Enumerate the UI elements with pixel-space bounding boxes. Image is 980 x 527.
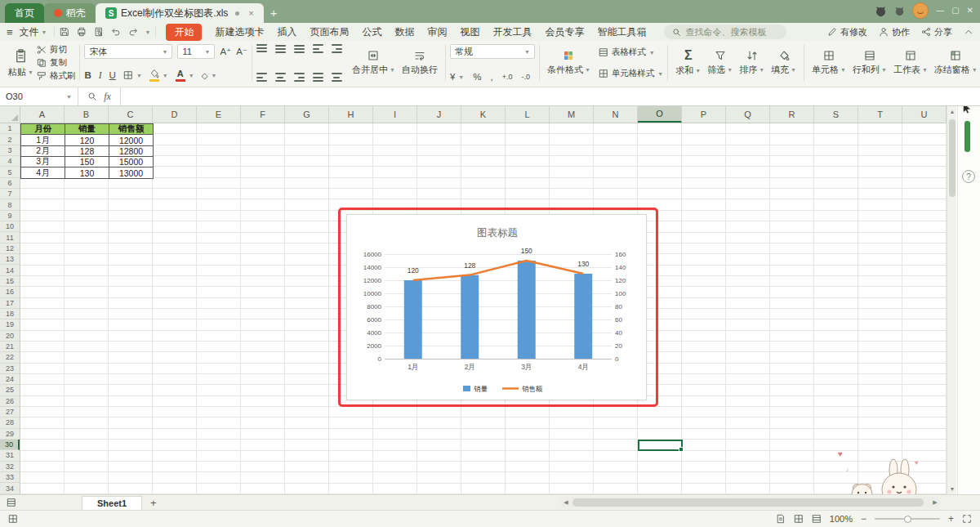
row-header-29[interactable]: 29 [0, 429, 20, 440]
column-header-A[interactable]: A [20, 106, 65, 123]
italic-button[interactable]: I [99, 70, 102, 80]
row-header-14[interactable]: 14 [0, 265, 20, 275]
docer-tab[interactable]: 稻壳 [44, 3, 96, 23]
fill-button[interactable]: 填充▼ [768, 48, 800, 78]
zoom-slider-thumb[interactable] [904, 516, 911, 523]
zoom-in-button[interactable]: + [948, 514, 954, 524]
align-left-icon[interactable] [256, 73, 267, 82]
bold-button[interactable]: B [84, 70, 91, 80]
table-cell-r1c2[interactable]: 12800 [109, 146, 154, 157]
row-header-19[interactable]: 19 [0, 319, 20, 330]
shrink-font-button[interactable]: A⁻ [236, 46, 247, 57]
column-header-U[interactable]: U [902, 106, 947, 123]
row-header-1[interactable]: 1 [0, 123, 20, 134]
menu-item-7[interactable]: 视图 [460, 25, 479, 39]
normal-view-icon[interactable] [776, 514, 786, 524]
column-header-M[interactable]: M [550, 106, 594, 123]
maximize-button[interactable]: ▢ [951, 7, 959, 15]
row-header-24[interactable]: 24 [0, 374, 20, 385]
row-header-13[interactable]: 13 [0, 254, 20, 265]
row-header-16[interactable]: 16 [0, 287, 20, 297]
close-window-button[interactable]: ✕ [967, 7, 973, 15]
row-header-5[interactable]: 5 [0, 167, 20, 177]
column-header-J[interactable]: J [417, 106, 461, 123]
row-header-10[interactable]: 10 [0, 221, 20, 232]
row-header-15[interactable]: 15 [0, 276, 20, 287]
vertical-scrollbar[interactable]: ▲ ▼ [947, 106, 956, 494]
row-header-26[interactable]: 26 [0, 396, 20, 407]
column-header-Q[interactable]: Q [726, 106, 770, 123]
menu-item-6[interactable]: 审阅 [427, 25, 447, 39]
collaborate-button[interactable]: 协作 [879, 26, 910, 38]
row-header-2[interactable]: 2 [0, 134, 20, 145]
row-header-31[interactable]: 31 [0, 450, 20, 461]
document-tab[interactable]: S Excel制作双坐标图表.xls × [96, 3, 264, 23]
table-style-button[interactable]: 表格样式▼ [599, 47, 663, 58]
menu-item-9[interactable]: 会员专享 [545, 25, 584, 39]
table-header-2[interactable]: 销售额 [109, 124, 154, 135]
zoom-slider[interactable] [875, 518, 940, 520]
formula-input[interactable] [121, 87, 980, 105]
menu-item-10[interactable]: 智能工具箱 [597, 25, 646, 39]
table-header-1[interactable]: 销量 [65, 124, 109, 135]
increase-indent-icon[interactable] [332, 44, 342, 53]
column-header-N[interactable]: N [594, 106, 638, 123]
collapse-ribbon-icon[interactable] [964, 27, 973, 37]
row-header-34[interactable]: 34 [0, 483, 20, 494]
undo-icon[interactable] [111, 27, 121, 37]
row-header-8[interactable]: 8 [0, 199, 20, 210]
table-cell-r2c0[interactable]: 3月 [21, 157, 65, 167]
column-header-B[interactable]: B [65, 106, 109, 123]
print-preview-icon[interactable] [94, 27, 104, 37]
font-size-select[interactable]: 11▼ [177, 44, 215, 59]
highlight-button[interactable]: ◇▼ [202, 71, 217, 80]
freeze-panes-button[interactable]: 冻结窗格▼ [931, 48, 980, 78]
column-header-R[interactable]: R [770, 106, 814, 123]
search-box[interactable]: 查找命令、搜索模板 [664, 25, 786, 39]
table-cell-r0c2[interactable]: 12000 [109, 135, 154, 145]
fullscreen-icon[interactable] [962, 514, 972, 524]
column-header-T[interactable]: T [858, 106, 902, 123]
borders-button[interactable]: ▼ [123, 70, 142, 80]
close-document-icon[interactable]: × [248, 8, 253, 18]
column-header-S[interactable]: S [814, 106, 858, 123]
conditional-format-button[interactable]: 条件格式▼ [544, 48, 594, 78]
row-header-21[interactable]: 21 [0, 342, 20, 352]
row-header-28[interactable]: 28 [0, 418, 20, 428]
row-header-22[interactable]: 22 [0, 352, 20, 363]
scroll-right-arrow[interactable]: ▶ [929, 499, 941, 506]
column-header-P[interactable]: P [682, 106, 726, 123]
increase-decimal-button[interactable]: +.0 [502, 73, 513, 81]
hamburger-menu-icon[interactable]: ≡ [7, 26, 13, 38]
new-document-tab-button[interactable]: + [270, 6, 278, 20]
align-right-icon[interactable] [294, 73, 305, 82]
menu-item-4[interactable]: 公式 [362, 25, 381, 39]
name-box[interactable]: O30 ▼ [0, 87, 78, 105]
menu-item-8[interactable]: 开发工具 [492, 25, 532, 39]
menu-item-5[interactable]: 数据 [394, 25, 414, 39]
column-header-D[interactable]: D [153, 106, 197, 123]
zoom-out-button[interactable]: − [861, 514, 866, 524]
modified-status[interactable]: 有修改 [827, 26, 867, 38]
grow-font-button[interactable]: A⁺ [220, 46, 231, 57]
scroll-up-arrow[interactable]: ▲ [947, 106, 957, 117]
row-header-25[interactable]: 25 [0, 385, 20, 395]
font-color-button[interactable]: A▼ [176, 69, 194, 82]
selected-cell-O30[interactable] [638, 440, 683, 451]
redo-icon[interactable] [128, 27, 138, 37]
number-format-select[interactable]: 常规▼ [450, 44, 535, 59]
vertical-scroll-thumb[interactable] [949, 119, 956, 197]
insert-function-button[interactable]: fx [104, 91, 111, 103]
font-name-select[interactable]: 宋体▼ [84, 44, 172, 59]
format-painter-button[interactable]: 格式刷 [37, 70, 76, 82]
column-header-O[interactable]: O [638, 106, 682, 123]
row-header-11[interactable]: 11 [0, 232, 20, 243]
column-header-L[interactable]: L [506, 106, 550, 123]
column-header-K[interactable]: K [461, 106, 506, 123]
help-icon[interactable]: ? [962, 170, 975, 183]
table-cell-r1c1[interactable]: 128 [65, 146, 109, 157]
table-cell-r0c0[interactable]: 1月 [21, 135, 65, 145]
decrease-indent-icon[interactable] [313, 44, 323, 53]
file-menu[interactable]: 文件 ▼ [20, 25, 47, 39]
row-header-9[interactable]: 9 [0, 211, 20, 221]
